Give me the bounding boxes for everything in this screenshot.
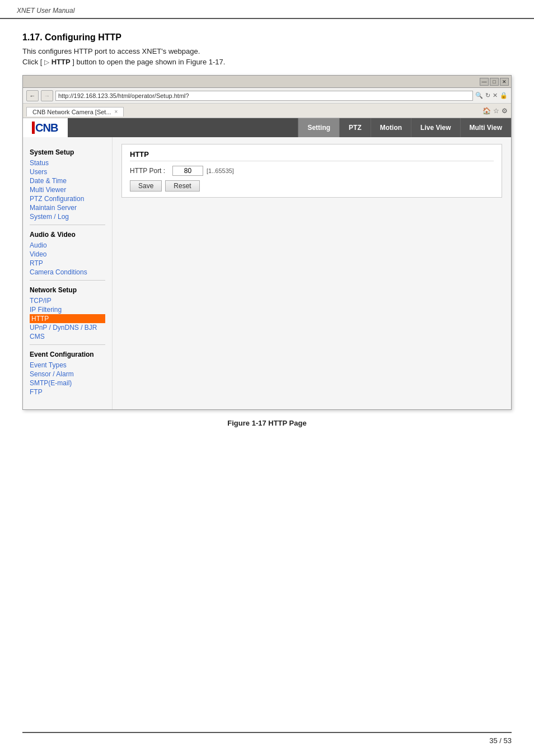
nav-setting-btn[interactable]: Setting	[298, 118, 339, 137]
arrow-icon: ▷	[44, 58, 49, 66]
figure-caption: Figure 1-17 HTTP Page	[22, 419, 512, 427]
address-bar: ← → 🔍 ↻ ✕ 🔒	[23, 88, 511, 104]
cam-sidebar: System Setup Status Users Date & Time Mu…	[23, 137, 113, 409]
manual-header: XNET User Manual	[0, 0, 534, 19]
close-nav-icon: ✕	[493, 92, 498, 99]
page-footer: 35 / 53	[22, 732, 512, 745]
sidebar-item-smtp[interactable]: SMTP(E-mail)	[30, 379, 105, 388]
http-ref-label: HTTP	[51, 58, 71, 66]
close-btn[interactable]: ✕	[500, 78, 509, 86]
browser-window: — □ ✕ ← → 🔍 ↻ ✕ 🔒 CNB Network Camera [Se…	[22, 75, 512, 410]
minimize-btn[interactable]: —	[480, 78, 489, 86]
sidebar-item-upnp[interactable]: UPnP / DynDNS / BJR	[30, 323, 105, 332]
browser-icons: 🏠 ☆ ⚙	[483, 107, 508, 116]
sidebar-divider-3	[30, 344, 105, 345]
sidebar-item-status[interactable]: Status	[30, 158, 105, 167]
tab-close-btn[interactable]: ×	[115, 109, 118, 115]
cam-nav: CNB Setting PTZ Motion Live View Multi V…	[23, 118, 511, 137]
sidebar-item-video[interactable]: Video	[30, 250, 105, 259]
sidebar-item-ipfiltering[interactable]: IP Filtering	[30, 305, 105, 314]
security-icon: 🔒	[500, 92, 508, 99]
camera-ui: CNB Setting PTZ Motion Live View Multi V…	[23, 118, 511, 409]
sidebar-divider-2	[30, 280, 105, 281]
port-hint: [1..65535]	[207, 167, 234, 174]
nav-motion-btn[interactable]: Motion	[371, 118, 411, 137]
sidebar-item-multiviewer[interactable]: Multi Viewer	[30, 185, 105, 194]
search-icon: 🔍	[475, 92, 483, 99]
cam-body: System Setup Status Users Date & Time Mu…	[23, 137, 511, 409]
section-instruction: Click [ ▷ HTTP ] button to open the page…	[22, 58, 512, 66]
sidebar-section-audiovideo: Audio & Video	[30, 231, 105, 239]
sidebar-item-http[interactable]: HTTP	[30, 314, 105, 323]
sidebar-divider-1	[30, 225, 105, 225]
forward-btn[interactable]: →	[41, 90, 53, 101]
sidebar-item-rtp[interactable]: RTP	[30, 259, 105, 268]
title-bar: — □ ✕	[23, 76, 511, 88]
btn-row: Save Reset	[130, 180, 494, 192]
instruction-text: Click [	[22, 58, 42, 66]
section-heading: Configuring HTTP	[45, 32, 121, 42]
sidebar-item-cms[interactable]: CMS	[30, 332, 105, 341]
sidebar-item-ptzconfig[interactable]: PTZ Configuration	[30, 194, 105, 203]
save-button[interactable]: Save	[130, 180, 162, 192]
page-number: 35 / 53	[489, 736, 512, 745]
sidebar-item-tcpip[interactable]: TCP/IP	[30, 296, 105, 305]
sidebar-item-users[interactable]: Users	[30, 167, 105, 176]
logo-stripe	[32, 122, 35, 134]
star-icon[interactable]: ☆	[493, 107, 499, 115]
back-btn[interactable]: ←	[26, 90, 39, 101]
http-panel: HTTP HTTP Port : [1..65535] Save Reset	[121, 144, 502, 198]
cam-nav-buttons: Setting PTZ Motion Live View Multi View	[298, 118, 511, 137]
sidebar-section-network: Network Setup	[30, 286, 105, 294]
logo-text: CNB	[35, 122, 58, 134]
tab-label: CNB Network Camera [Set...	[32, 109, 111, 115]
instruction-end: ] button to open the page shown in Figur…	[72, 58, 225, 66]
http-port-input[interactable]	[172, 166, 203, 176]
manual-title: XNET User Manual	[17, 7, 74, 15]
home-icon[interactable]: 🏠	[483, 107, 491, 115]
reset-button[interactable]: Reset	[165, 180, 199, 192]
nav-multiview-btn[interactable]: Multi View	[460, 118, 511, 137]
page-total: 53	[504, 736, 512, 745]
settings-icon[interactable]: ⚙	[502, 107, 508, 115]
section-number: 1.17.	[22, 32, 43, 42]
maximize-btn[interactable]: □	[490, 78, 499, 86]
sidebar-item-maintainserver[interactable]: Maintain Server	[30, 203, 105, 212]
sidebar-item-systemlog[interactable]: System / Log	[30, 212, 105, 221]
main-content: 1.17. Configuring HTTP This configures H…	[0, 19, 534, 458]
port-label: HTTP Port :	[130, 167, 169, 175]
browser-tab[interactable]: CNB Network Camera [Set... ×	[26, 107, 124, 116]
nav-ptz-btn[interactable]: PTZ	[339, 118, 371, 137]
cam-logo: CNB	[23, 118, 68, 137]
section-title: 1.17. Configuring HTTP	[22, 32, 512, 43]
panel-title: HTTP	[130, 150, 494, 161]
port-field-row: HTTP Port : [1..65535]	[130, 166, 494, 176]
page-separator: /	[499, 736, 502, 745]
nav-liveview-btn[interactable]: Live View	[411, 118, 460, 137]
sidebar-item-audio[interactable]: Audio	[30, 241, 105, 250]
sidebar-item-ftp[interactable]: FTP	[30, 388, 105, 396]
sidebar-section-event: Event Configuration	[30, 351, 105, 358]
cam-main: HTTP HTTP Port : [1..65535] Save Reset	[113, 137, 511, 409]
sidebar-item-sensoralarm[interactable]: Sensor / Alarm	[30, 370, 105, 379]
refresh-icon: ↻	[485, 92, 490, 99]
page-current: 35	[489, 736, 497, 745]
section-desc: This configures HTTP port to access XNET…	[22, 47, 512, 55]
sidebar-section-system: System Setup	[30, 148, 105, 156]
sidebar-item-eventtypes[interactable]: Event Types	[30, 361, 105, 370]
sidebar-item-cameraconditions[interactable]: Camera Conditions	[30, 268, 105, 277]
url-input[interactable]	[55, 91, 473, 101]
sidebar-item-datetime[interactable]: Date & Time	[30, 176, 105, 185]
tab-bar: CNB Network Camera [Set... × 🏠 ☆ ⚙	[23, 104, 511, 118]
